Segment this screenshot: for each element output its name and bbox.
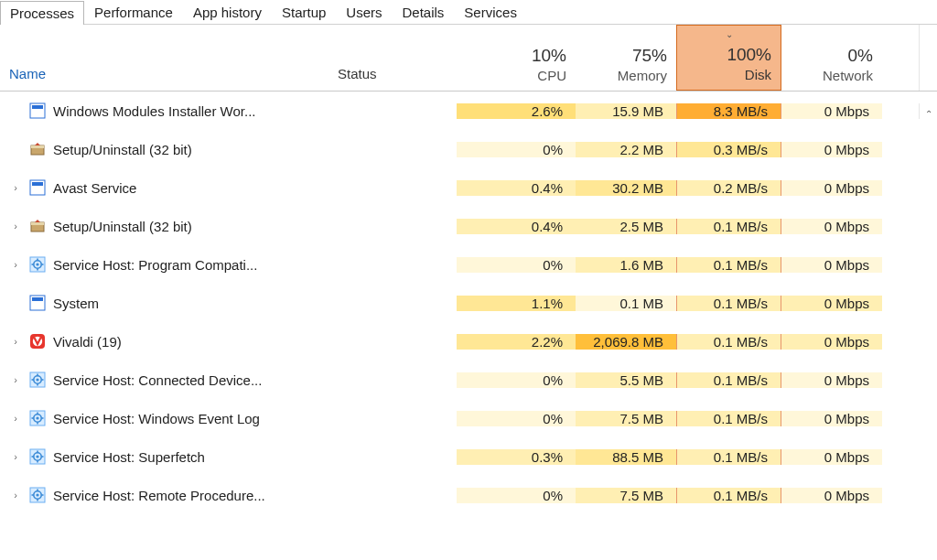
column-headers: Name Status 10% CPU 75% Memory ⌄ 100% Di…: [0, 25, 937, 92]
service-icon: [29, 256, 46, 273]
process-name: Setup/Uninstall (32 bit): [53, 219, 192, 234]
tab-users[interactable]: Users: [336, 0, 392, 24]
svg-point-44: [36, 493, 38, 496]
process-row[interactable]: ›Vivaldi (19)2.2%2,069.8 MB0.1 MB/s0 Mbp…: [0, 322, 937, 361]
process-row[interactable]: System1.1%0.1 MB0.1 MB/s0 Mbps: [0, 284, 937, 322]
process-name-cell: Windows Modules Installer Wor...: [0, 102, 328, 119]
tab-app-history[interactable]: App history: [183, 0, 272, 24]
tab-startup[interactable]: Startup: [272, 0, 336, 24]
process-cpu: 0%: [457, 142, 576, 157]
process-name-cell: ›Service Host: Windows Event Log: [0, 410, 328, 426]
process-disk: 0.1 MB/s: [676, 372, 781, 388]
app-icon: [29, 295, 46, 311]
process-network: 0 Mbps: [781, 257, 882, 273]
process-name: Service Host: Superfetch: [53, 449, 205, 465]
process-row[interactable]: Setup/Uninstall (32 bit)0%2.2 MB0.3 MB/s…: [0, 130, 937, 168]
process-network: 0 Mbps: [781, 488, 882, 503]
process-network: 0 Mbps: [781, 296, 882, 311]
column-header-memory[interactable]: 75% Memory: [576, 25, 676, 91]
svg-rect-18: [32, 297, 43, 301]
expand-chevron-icon[interactable]: ›: [9, 413, 22, 424]
process-cpu: 0.4%: [457, 180, 576, 196]
service-icon: [29, 372, 46, 388]
process-row[interactable]: ›Service Host: Connected Device...0%5.5 …: [0, 361, 937, 399]
process-memory: 5.5 MB: [576, 372, 676, 388]
vivaldi-icon: [29, 333, 46, 350]
tab-services[interactable]: Services: [454, 0, 527, 24]
process-memory: 2,069.8 MB: [576, 334, 676, 350]
process-disk: 0.1 MB/s: [676, 219, 781, 234]
process-cpu: 0%: [457, 411, 576, 426]
process-memory: 2.2 MB: [576, 142, 676, 157]
process-memory: 0.1 MB: [576, 296, 676, 311]
process-row[interactable]: ›Service Host: Superfetch0.3%88.5 MB0.1 …: [0, 437, 937, 476]
column-header-network[interactable]: 0% Network: [781, 25, 882, 91]
process-row[interactable]: ›Avast Service0.4%30.2 MB0.2 MB/s0 Mbps: [0, 168, 937, 207]
process-network: 0 Mbps: [781, 219, 882, 234]
process-name-cell: ›Vivaldi (19): [0, 333, 328, 350]
process-row[interactable]: ›Setup/Uninstall (32 bit)0.4%2.5 MB0.1 M…: [0, 207, 937, 245]
process-disk: 0.1 MB/s: [676, 488, 781, 503]
process-name-cell: ›Service Host: Superfetch: [0, 448, 328, 465]
expand-chevron-icon[interactable]: ›: [9, 451, 22, 462]
process-cpu: 0.3%: [457, 449, 576, 465]
process-cpu: 0%: [457, 257, 576, 273]
install-icon: [29, 218, 46, 234]
column-header-name[interactable]: Name: [0, 25, 328, 91]
process-memory: 15.9 MB: [576, 103, 676, 119]
process-disk: 0.1 MB/s: [676, 411, 781, 426]
expand-chevron-icon[interactable]: ›: [9, 259, 22, 270]
process-name: Service Host: Windows Event Log: [53, 411, 260, 426]
service-icon: [29, 410, 46, 426]
tab-performance[interactable]: Performance: [84, 0, 183, 24]
expand-chevron-icon[interactable]: ›: [9, 221, 22, 232]
task-manager-window: { "tabs": { "items": ["Processes","Perfo…: [0, 0, 937, 560]
process-name-cell: ›Service Host: Connected Device...: [0, 372, 328, 388]
svg-point-37: [36, 455, 38, 458]
column-header-status[interactable]: Status: [328, 25, 457, 91]
scroll-up-icon[interactable]: ⌃: [925, 103, 932, 119]
process-name: Service Host: Program Compati...: [53, 257, 257, 273]
process-disk: 0.2 MB/s: [676, 180, 781, 196]
memory-percent: 75%: [585, 46, 667, 66]
process-name: Vivaldi (19): [53, 334, 122, 350]
install-icon: [29, 141, 46, 157]
process-network: 0 Mbps: [781, 180, 882, 196]
tab-processes[interactable]: Processes: [0, 1, 84, 25]
process-memory: 2.5 MB: [576, 219, 676, 234]
column-header-extra: [882, 25, 919, 91]
process-network: 0 Mbps: [781, 103, 882, 119]
process-cpu: 0%: [457, 372, 576, 388]
process-row[interactable]: Windows Modules Installer Wor...2.6%15.9…: [0, 92, 937, 130]
expand-chevron-icon[interactable]: ›: [9, 490, 22, 501]
svg-point-12: [36, 263, 38, 265]
expand-chevron-icon[interactable]: ›: [9, 182, 22, 193]
process-row[interactable]: ›Service Host: Windows Event Log0%7.5 MB…: [0, 399, 937, 437]
disk-label: Disk: [686, 67, 771, 82]
process-row[interactable]: ›Service Host: Program Compati...0%1.6 M…: [0, 245, 937, 284]
svg-rect-8: [31, 222, 44, 225]
process-name-cell: ›Service Host: Program Compati...: [0, 256, 328, 273]
process-disk: 8.3 MB/s: [676, 103, 781, 119]
expand-chevron-icon[interactable]: ›: [9, 374, 22, 385]
process-memory: 88.5 MB: [576, 449, 676, 465]
process-memory: 30.2 MB: [576, 180, 676, 196]
column-header-disk[interactable]: ⌄ 100% Disk: [676, 25, 781, 91]
expand-chevron-icon[interactable]: ›: [9, 336, 22, 347]
tab-details[interactable]: Details: [393, 0, 455, 24]
scrollbar-track[interactable]: ⌃: [919, 103, 937, 119]
svg-rect-3: [31, 145, 44, 148]
svg-marker-9: [35, 220, 40, 222]
process-row[interactable]: ›Service Host: Remote Procedure...0%7.5 …: [0, 476, 937, 514]
scrollbar-header: [919, 25, 937, 91]
process-cpu: 1.1%: [457, 296, 576, 311]
service-icon: [29, 448, 46, 465]
column-header-cpu[interactable]: 10% CPU: [457, 25, 576, 91]
network-label: Network: [791, 68, 873, 83]
process-disk: 0.1 MB/s: [676, 296, 781, 311]
process-disk: 0.1 MB/s: [676, 334, 781, 350]
process-name-cell: Setup/Uninstall (32 bit): [0, 141, 328, 157]
process-network: 0 Mbps: [781, 449, 882, 465]
process-disk: 0.1 MB/s: [676, 449, 781, 465]
app-icon: [29, 179, 46, 196]
